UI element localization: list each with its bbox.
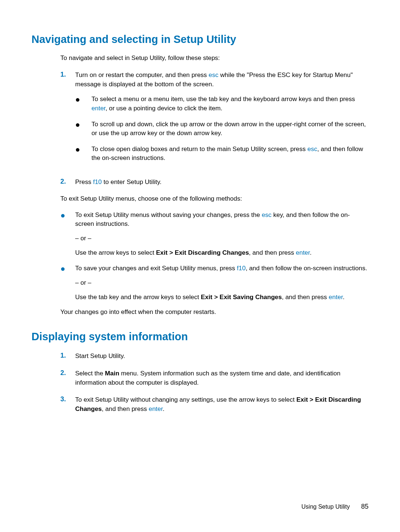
list-item: 1. Start Setup Utility. (60, 352, 369, 361)
key-esc: esc (307, 145, 317, 153)
sub-list: ● To select a menu or a menu item, use t… (75, 95, 369, 163)
section-heading-navigating: Navigating and selecting in Setup Utilit… (31, 33, 369, 46)
key-f10: f10 (93, 178, 102, 185)
bullet-icon: ● (75, 145, 91, 163)
text: To scroll up and down, click the up arro… (91, 120, 369, 138)
key-f10: f10 (237, 265, 246, 272)
text: Use the arrow keys to select Exit > Exit… (75, 248, 369, 258)
step-body: Press f10 to enter Setup Utility. (75, 178, 369, 187)
text: To save your changes and exit Setup Util… (75, 265, 237, 272)
step-body: Start Setup Utility. (75, 352, 369, 361)
or-divider: – or – (75, 278, 369, 288)
page-number: 85 (361, 503, 369, 510)
text: To close open dialog boxes and return to… (91, 145, 369, 163)
page-footer: Using Setup Utility 85 (301, 503, 369, 511)
text: To exit Setup Utility without changing a… (75, 396, 296, 403)
step-number: 1. (60, 71, 75, 170)
text: Use the arrow keys to select (75, 249, 156, 256)
key-enter: enter (329, 294, 343, 301)
text: To close open dialog boxes and return to… (91, 145, 307, 153)
step-body: Select the Main menu. System information… (75, 369, 369, 387)
key-enter: enter (149, 405, 163, 412)
list-item: 3. To exit Setup Utility without changin… (60, 395, 369, 414)
text: . (310, 249, 312, 256)
bullet-icon: ● (60, 264, 75, 302)
step-number: 2. (60, 178, 75, 187)
ordered-list-1: 1. Turn on or restart the computer, and … (60, 71, 369, 187)
step-number: 3. (60, 395, 75, 414)
text: . (343, 294, 344, 301)
text: Use the tab key and the arrow keys to se… (75, 293, 369, 302)
text: Press (75, 178, 93, 185)
text: To select a menu or a menu item, use the… (91, 95, 369, 113)
text: To exit Setup Utility menus without savi… (75, 211, 262, 218)
bullet-icon: ● (75, 120, 91, 138)
text: , and then press (282, 294, 329, 301)
text: , and then follow the on-screen instruct… (246, 265, 367, 272)
section-heading-displaying: Displaying system information (31, 331, 369, 343)
or-divider: – or – (75, 234, 369, 243)
text: to enter Setup Utility. (102, 178, 161, 185)
text: Turn on or restart the computer, and the… (75, 71, 209, 78)
final-text: Your changes go into effect when the com… (60, 308, 369, 316)
bullet-icon: ● (60, 211, 75, 258)
menu-path: Exit > Exit Saving Changes (201, 294, 282, 301)
text: Use the tab key and the arrow keys to se… (75, 294, 201, 301)
step-body: To exit Setup Utility without changing a… (75, 395, 369, 414)
step-body: Turn on or restart the computer, and the… (75, 71, 369, 170)
key-esc: esc (209, 71, 218, 78)
text: , and then press (249, 249, 296, 256)
list-item: ● To select a menu or a menu item, use t… (75, 95, 369, 113)
footer-text: Using Setup Utility (301, 503, 350, 510)
step-number: 1. (60, 352, 75, 361)
text: . (163, 405, 164, 412)
text: To exit Setup Utility menus without savi… (75, 211, 369, 258)
exit-intro-text: To exit Setup Utility menus, choose one … (60, 195, 369, 203)
list-item: 2. Press f10 to enter Setup Utility. (60, 178, 369, 187)
exit-methods-list: ● To exit Setup Utility menus without sa… (60, 211, 369, 302)
text: , and then press (102, 405, 149, 412)
list-item: ● To exit Setup Utility menus without sa… (60, 211, 369, 258)
text: To save your changes and exit Setup Util… (75, 264, 369, 302)
key-enter: enter (91, 105, 106, 112)
list-item: 2. Select the Main menu. System informat… (60, 369, 369, 387)
menu-path: Exit > Exit Discarding Changes (156, 249, 249, 256)
text: To select a menu or a menu item, use the… (91, 96, 355, 103)
bullet-icon: ● (75, 95, 91, 113)
menu-name: Main (105, 370, 119, 377)
text: , or use a pointing device to click the … (106, 105, 223, 112)
key-enter: enter (296, 249, 310, 256)
step-number: 2. (60, 369, 75, 387)
list-item: ● To scroll up and down, click the up ar… (75, 120, 369, 138)
key-esc: esc (262, 211, 271, 218)
ordered-list-2: 1. Start Setup Utility. 2. Select the Ma… (60, 352, 369, 414)
list-item: 1. Turn on or restart the computer, and … (60, 71, 369, 170)
list-item: ● To save your changes and exit Setup Ut… (60, 264, 369, 302)
intro-text: To navigate and select in Setup Utility,… (60, 54, 369, 62)
text: Select the (75, 370, 105, 377)
list-item: ● To close open dialog boxes and return … (75, 145, 369, 163)
